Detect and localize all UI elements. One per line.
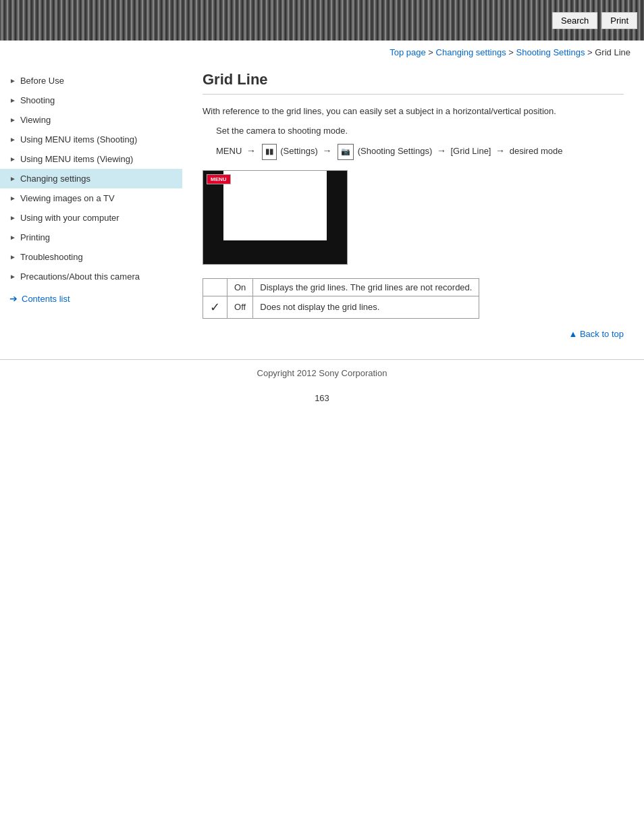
desired-mode-label: desired mode — [510, 146, 563, 156]
option-label-off: Off — [227, 296, 253, 318]
breadcrumb-shooting-settings[interactable]: Shooting Settings — [516, 47, 585, 57]
sidebar-item-label: Printing — [20, 232, 50, 242]
settings-label: (Settings) — [280, 146, 318, 156]
search-button[interactable]: Search — [552, 12, 597, 29]
sidebar-item-changing-settings[interactable]: ► Changing settings — [0, 169, 182, 188]
sidebar-item-label: Changing settings — [20, 174, 90, 184]
sidebar-item-label: Viewing — [20, 115, 51, 125]
main-layout: ► Before Use ► Shooting ► Viewing ► Usin… — [0, 64, 644, 359]
arrow-icon: ► — [9, 253, 16, 261]
sidebar-item-viewing[interactable]: ► Viewing — [0, 110, 182, 130]
shooting-settings-label: (Shooting Settings) — [358, 146, 433, 156]
sidebar-item-using-menu-shooting[interactable]: ► Using MENU items (Shooting) — [0, 130, 182, 149]
contents-list-link[interactable]: ➔ Contents list — [0, 286, 182, 311]
sidebar-item-label: Troubleshooting — [20, 252, 83, 262]
option-icon-off: ✓ — [203, 296, 227, 318]
sidebar-item-label: Using MENU items (Shooting) — [20, 134, 137, 145]
table-row: ✓ Off Does not display the grid lines. — [203, 296, 479, 318]
content-step: Set the camera to shooting mode. — [216, 126, 624, 136]
back-to-top-link[interactable]: ▲ Back to top — [568, 329, 624, 339]
grid-line-label: [Grid Line] — [451, 146, 491, 156]
camera-screen-image: MENU — [203, 170, 348, 265]
sidebar: ► Before Use ► Shooting ► Viewing ► Usin… — [0, 64, 182, 359]
sidebar-item-troubleshooting[interactable]: ► Troubleshooting — [0, 247, 182, 267]
sidebar-item-viewing-images-tv[interactable]: ► Viewing images on a TV — [0, 188, 182, 208]
breadcrumb: Top page > Changing settings > Shooting … — [0, 41, 644, 64]
sidebar-item-label: Shooting — [20, 95, 55, 105]
arrow-symbol: → — [246, 145, 256, 156]
sidebar-item-before-use[interactable]: ► Before Use — [0, 71, 182, 90]
black-bar-bottom — [223, 240, 327, 264]
content-area: Grid Line With reference to the grid lin… — [182, 64, 644, 359]
breadcrumb-changing-settings[interactable]: Changing settings — [436, 47, 506, 57]
arrow-icon: ► — [9, 77, 16, 84]
menu-text: MENU — [216, 146, 242, 156]
sidebar-item-using-menu-viewing[interactable]: ► Using MENU items (Viewing) — [0, 149, 182, 169]
footer: Copyright 2012 Sony Corporation — [0, 359, 644, 386]
breadcrumb-current: Grid Line — [595, 47, 630, 57]
settings-icon: ▮▮ — [262, 144, 277, 160]
sidebar-item-using-with-computer[interactable]: ► Using with your computer — [0, 208, 182, 228]
black-bar-right — [327, 171, 347, 264]
arrow-icon: ► — [9, 175, 16, 182]
sidebar-item-shooting[interactable]: ► Shooting — [0, 90, 182, 110]
menu-instruction: MENU → ▮▮ (Settings) → 📷 (Shooting Setti… — [216, 142, 624, 160]
copyright-text: Copyright 2012 Sony Corporation — [257, 368, 387, 378]
header: Search Print — [0, 0, 644, 41]
arrow-icon: ► — [9, 194, 16, 202]
black-bar-left — [203, 171, 223, 264]
arrow-icon: ► — [9, 136, 16, 143]
sidebar-item-label: Before Use — [20, 76, 64, 86]
option-icon-on — [203, 278, 227, 296]
sidebar-item-label: Viewing images on a TV — [20, 193, 115, 203]
arrow-icon: ► — [9, 97, 16, 104]
arrow-symbol-2: → — [322, 145, 331, 156]
arrow-icon: ► — [9, 214, 16, 221]
back-to-top: ▲ Back to top — [203, 319, 624, 346]
page-number: 163 — [0, 386, 644, 410]
table-row: On Displays the grid lines. The grid lin… — [203, 278, 479, 296]
arrow-symbol-4: → — [495, 145, 505, 156]
option-label-on: On — [227, 278, 253, 296]
option-description-off: Does not display the grid lines. — [253, 296, 479, 318]
breadcrumb-top-page[interactable]: Top page — [390, 47, 426, 57]
options-table: On Displays the grid lines. The grid lin… — [203, 278, 479, 319]
arrow-symbol-3: → — [437, 145, 446, 156]
camera-icon: 📷 — [338, 144, 354, 160]
arrow-icon: ► — [9, 273, 16, 280]
sidebar-item-printing[interactable]: ► Printing — [0, 228, 182, 247]
sidebar-item-label: Precautions/About this camera — [20, 271, 140, 282]
option-description-on: Displays the grid lines. The grid lines … — [253, 278, 479, 296]
arrow-icon: ► — [9, 155, 16, 163]
content-description: With reference to the grid lines, you ca… — [203, 105, 624, 119]
checkmark-icon: ✓ — [210, 301, 220, 314]
print-button[interactable]: Print — [601, 12, 637, 29]
sidebar-item-label: Using with your computer — [20, 213, 119, 223]
sidebar-item-label: Using MENU items (Viewing) — [20, 154, 133, 164]
page-title: Grid Line — [203, 71, 624, 95]
arrow-icon: ► — [9, 116, 16, 124]
sidebar-item-precautions[interactable]: ► Precautions/About this camera — [0, 267, 182, 286]
contents-arrow-icon: ➔ — [9, 293, 18, 304]
menu-button-indicator: MENU — [207, 174, 231, 184]
arrow-icon: ► — [9, 234, 16, 241]
contents-list-label: Contents list — [22, 294, 70, 304]
